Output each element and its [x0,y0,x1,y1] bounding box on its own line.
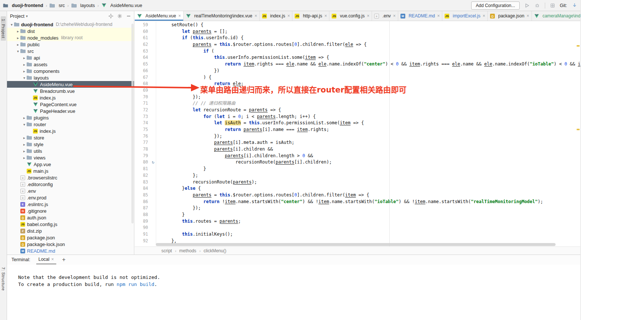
editor-tab-http-api-js[interactable]: JShttp-api.js× [292,11,329,21]
chevron-closed-icon[interactable]: ▸ [16,29,20,33]
line-number[interactable]: 89 [135,218,150,225]
terminal-tab-local[interactable]: Local × [36,255,56,265]
tree-item-pagecontent-vue[interactable]: PageContent.vue [7,101,134,108]
line-number[interactable]: 61 [135,35,150,41]
tree-item-babel-config-js[interactable]: JSbabel.config.js [7,221,134,228]
tree-item-api[interactable]: ▸api [7,54,134,61]
new-terminal-button[interactable]: + [62,256,66,263]
line-number[interactable]: 67 [135,74,150,81]
tree-item-asidemenu-vue[interactable]: AsideMenu.vue [7,81,134,88]
chevron-closed-icon[interactable]: ▸ [16,36,20,40]
line-number[interactable]: 79 [135,153,150,159]
line-number[interactable]: 64 [135,54,150,61]
editor-tab-vue-config-js[interactable]: JSvue.config.js× [329,11,372,21]
editor-tab-env[interactable]: ≡.env× [372,11,398,21]
tree-item-plugins[interactable]: ▸plugins [7,114,134,121]
tree-item-dist-zip[interactable]: Zdist.zip [7,228,134,234]
tree-item-utils[interactable]: ▸utils [7,148,134,154]
editor-breadcrumb-clickmenu[interactable]: clickMenu() [204,248,226,253]
line-number[interactable]: 69 [135,87,150,94]
line-number[interactable]: 87 [135,205,150,212]
line-number[interactable]: 75 [135,127,150,133]
error-stripe-mark[interactable] [577,129,580,130]
line-number[interactable]: 73 [135,114,150,120]
close-icon[interactable]: × [393,13,396,18]
error-stripe-mark[interactable] [577,45,580,47]
chevron-open-icon[interactable]: ▾ [16,49,20,53]
add-configuration-button[interactable]: Add Configuration... [471,1,519,10]
tree-item-index-js[interactable]: JSindex.js [7,128,134,134]
hide-panel-icon[interactable] [126,14,131,18]
tree-item-auth-json[interactable]: {}auth.json [7,214,134,221]
chevron-open-icon[interactable]: ▾ [22,76,27,80]
tree-item-gitignore[interactable]: G.gitignore [7,208,134,214]
editor-breadcrumb-methods[interactable]: methods [179,248,196,253]
chevron-closed-icon[interactable]: ▸ [16,43,20,47]
line-number[interactable]: 60 [135,28,150,35]
editor-tab-cameramanage-index-vue[interactable]: cameraManage\index.vue× [532,11,580,21]
close-icon[interactable]: × [527,13,529,18]
toolwindows-icon[interactable] [550,3,556,9]
line-number[interactable]: 92 [135,238,150,245]
tree-item-package-json[interactable]: {}package.json [7,234,134,241]
line-number[interactable]: 72 [135,107,150,114]
line-number[interactable]: 62 [135,41,150,48]
line-number[interactable]: 65 [135,61,150,68]
tree-item-env[interactable]: ≡.env [7,188,134,194]
tree-item-eslintrc-js[interactable]: E.eslintrc.js [7,201,134,208]
tree-item-dist[interactable]: ▸dist [7,28,134,34]
tree-item-style[interactable]: ▸style [7,141,134,148]
tree-item-readme-md[interactable]: MREADME.md [7,247,134,254]
project-view-title[interactable]: Project [10,14,24,19]
line-number[interactable]: 80 [135,159,150,166]
terminal-output[interactable]: Note that the development build is not o… [7,265,580,288]
line-number[interactable]: 76 [135,133,150,140]
horizontal-scrollbar[interactable] [156,243,556,246]
line-number[interactable]: 90 [135,225,150,231]
tree-item-app-vue[interactable]: App.vue [7,161,134,168]
tree-item-pageheader-vue[interactable]: PageHeader.vue [7,108,134,114]
line-number[interactable]: 66 [135,68,150,74]
editor-breadcrumb-script[interactable]: script [161,248,172,253]
tree-item-node-modules[interactable]: ▸node_moduleslibrary root [7,34,134,41]
tree-item-env-prod[interactable]: ≡.env.prod [7,194,134,201]
line-number[interactable]: 84 [135,185,150,192]
line-number[interactable]: 78 [135,146,150,153]
gear-icon[interactable] [117,14,122,18]
close-icon[interactable]: × [367,13,369,18]
chevron-closed-icon[interactable]: ▸ [22,136,27,140]
line-number[interactable]: 71 [135,100,150,107]
editor-tab-readme-md[interactable]: MREADME.md× [398,11,442,21]
close-icon[interactable]: × [51,257,54,262]
tree-item-src[interactable]: ▾src [7,48,134,54]
line-number[interactable]: 68 [135,81,150,87]
line-number[interactable]: 59 [135,22,150,28]
editor-tab-realtimemonitoring-index-vue[interactable]: realTimeMonitoring\index.vue× [184,11,260,21]
breadcrumb-item-duoji-frontend[interactable]: duoji-frontend [3,3,43,8]
line-number[interactable]: 85 [135,192,150,199]
chevron-closed-icon[interactable]: ▸ [22,142,27,146]
editor-tab-asidemenu-vue[interactable]: AsideMenu.vue× [135,11,184,21]
tree-item-index-js[interactable]: JSindex.js [7,94,134,101]
line-number[interactable]: 74 [135,120,150,127]
tree-item-breadcrumb-vue[interactable]: Breadcrumb.vue [7,88,134,94]
chevron-open-icon[interactable]: ▾ [9,23,14,27]
line-number[interactable]: 83 [135,179,150,186]
breadcrumb-item-asidemenu-vue[interactable]: AsideMenu.vue [101,3,142,8]
chevron-open-icon[interactable]: ▾ [22,122,27,127]
chevron-closed-icon[interactable]: ▸ [22,69,27,73]
close-icon[interactable]: × [324,13,327,18]
line-number[interactable]: 63 [135,48,150,55]
debug-icon[interactable] [534,3,540,9]
tree-item-browserslistrc[interactable]: ≡.browserslistrc [7,174,134,181]
run-icon[interactable] [524,3,530,9]
tree-item-main-js[interactable]: JSmain.js [7,168,134,174]
close-icon[interactable]: × [178,13,181,18]
editor-tab-package-json[interactable]: {}package.json× [488,11,532,21]
line-number[interactable]: 77 [135,139,150,146]
tree-item-package-lock-json[interactable]: {}package-lock.json [7,241,134,247]
tree-item-editorconfig[interactable]: ≡.editorconfig [7,181,134,188]
tree-item-public[interactable]: ▸public [7,41,134,48]
tool-stripe-project-button[interactable]: 1: Project [1,16,6,41]
chevron-closed-icon[interactable]: ▸ [22,149,27,153]
